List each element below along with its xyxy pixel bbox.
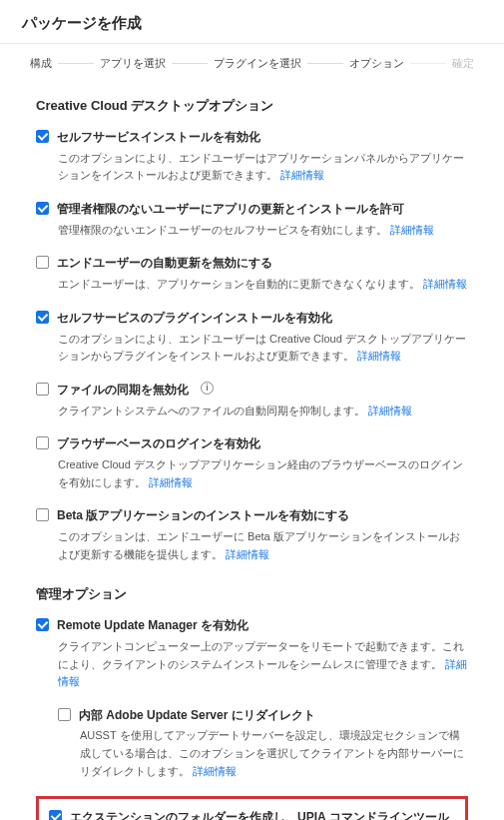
stepper: 構成 アプリを選択 プラグインを選択 オプション 確定 [0,52,504,77]
more-info-link[interactable]: 詳細情報 [357,350,401,362]
label-internal-server: 内部 Adobe Update Server にリダイレクト [79,707,315,724]
section-cc-title: Creative Cloud デスクトップオプション [36,97,468,115]
section-mgmt-title: 管理オプション [36,585,468,603]
step-config[interactable]: 構成 [30,56,52,71]
checkbox-rum[interactable] [36,618,49,631]
option-internal-update-server: 内部 Adobe Update Server にリダイレクト AUSST を使用… [58,707,468,781]
label-elevated-install: 管理者権限のないユーザーにアプリの更新とインストールを許可 [57,201,404,218]
more-info-link[interactable]: 詳細情報 [368,405,412,416]
desc-rum: クライアントコンピューター上のアップデーターをリモートで起動できます。これにより… [58,638,468,691]
desc-disable-auto-update: エンドユーザーは、アプリケーションを自動的に更新できなくなります。 詳細情報 [58,276,468,294]
checkbox-internal-server[interactable] [58,708,71,721]
label-disable-file-sync: ファイルの同期を無効化 [57,382,189,399]
more-info-link[interactable]: 詳細情報 [390,224,434,236]
desc-self-service-plugin: このオプションにより、エンドユーザーは Creative Cloud デスクトッ… [58,331,468,366]
checkbox-disable-auto-update[interactable] [36,256,49,269]
label-disable-auto-update: エンドユーザーの自動更新を無効にする [57,255,272,272]
page-title: パッケージを作成 [0,0,504,43]
more-info-link[interactable]: 詳細情報 [280,169,324,181]
label-beta-apps: Beta 版アプリケーションのインストールを有効にする [57,507,349,524]
option-self-service-plugin: セルフサービスのプラグインインストールを有効化 このオプションにより、エンドユー… [36,310,468,366]
option-beta-apps: Beta 版アプリケーションのインストールを有効にする このオプションは、エンド… [36,507,468,563]
checkbox-browser-login[interactable] [36,436,49,449]
label-self-service-install: セルフサービスインストールを有効化 [57,129,260,146]
checkbox-self-service-plugin[interactable] [36,311,49,324]
checkbox-disable-file-sync[interactable] [36,383,49,396]
option-disable-file-sync: ファイルの同期を無効化 i クライアントシステムへのファイルの自動同期を抑制しま… [36,382,468,419]
more-info-link[interactable]: 詳細情報 [149,476,193,488]
checkbox-self-service-install[interactable] [36,130,49,143]
label-rum: Remote Update Manager を有効化 [57,617,249,634]
divider [0,43,504,44]
option-extension-folder: エクステンションのフォルダーを作成し、UPIA コマンドラインツールを含める C… [49,809,455,820]
step-line [410,63,446,64]
desc-disable-file-sync: クライアントシステムへのファイルの自動同期を抑制します。 詳細情報 [58,403,468,420]
option-remote-update-manager: Remote Update Manager を有効化 クライアントコンピューター… [36,617,468,691]
info-icon[interactable]: i [201,382,214,395]
highlight-box: エクステンションのフォルダーを作成し、UPIA コマンドラインツールを含める C… [36,796,468,820]
option-browser-login: ブラウザーベースのログインを有効化 Creative Cloud デスクトップア… [36,435,468,491]
step-options[interactable]: オプション [349,56,404,71]
label-extension-folder: エクステンションのフォルダーを作成し、UPIA コマンドラインツールを含める [70,809,455,820]
checkbox-beta-apps[interactable] [36,508,49,521]
step-line [172,63,208,64]
option-disable-auto-update: エンドユーザーの自動更新を無効にする エンドユーザーは、アプリケーションを自動的… [36,255,468,293]
label-browser-login: ブラウザーベースのログインを有効化 [57,435,260,452]
desc-elevated-install: 管理権限のないエンドユーザーのセルフサービスを有効にします。 詳細情報 [58,222,468,240]
step-apps[interactable]: アプリを選択 [100,56,166,71]
step-line [58,63,94,64]
more-info-link[interactable]: 詳細情報 [423,278,467,290]
step-line [307,63,343,64]
option-elevated-install: 管理者権限のないユーザーにアプリの更新とインストールを許可 管理権限のないエンド… [36,201,468,239]
checkbox-elevated-install[interactable] [36,202,49,215]
desc-beta-apps: このオプションは、エンドユーザーに Beta 版アプリケーションをインストールお… [58,528,468,563]
step-plugins[interactable]: プラグインを選択 [214,56,301,71]
desc-browser-login: Creative Cloud デスクトップアプリケーション経由のブラウザーベース… [58,456,468,491]
checkbox-extension-folder[interactable] [49,810,62,820]
step-finalize[interactable]: 確定 [452,56,474,71]
more-info-link[interactable]: 詳細情報 [226,548,269,560]
option-self-service-install: セルフサービスインストールを有効化 このオプションにより、エンドユーザーはアプリ… [36,129,468,185]
more-info-link[interactable]: 詳細情報 [193,765,237,777]
label-self-service-plugin: セルフサービスのプラグインインストールを有効化 [57,310,332,327]
desc-internal-server: AUSST を使用してアップデートサーバーを設定し、環境設定セクションで構成して… [80,727,468,780]
desc-self-service-install: このオプションにより、エンドユーザーはアプリケーションパネルからアプリケーション… [58,150,468,185]
